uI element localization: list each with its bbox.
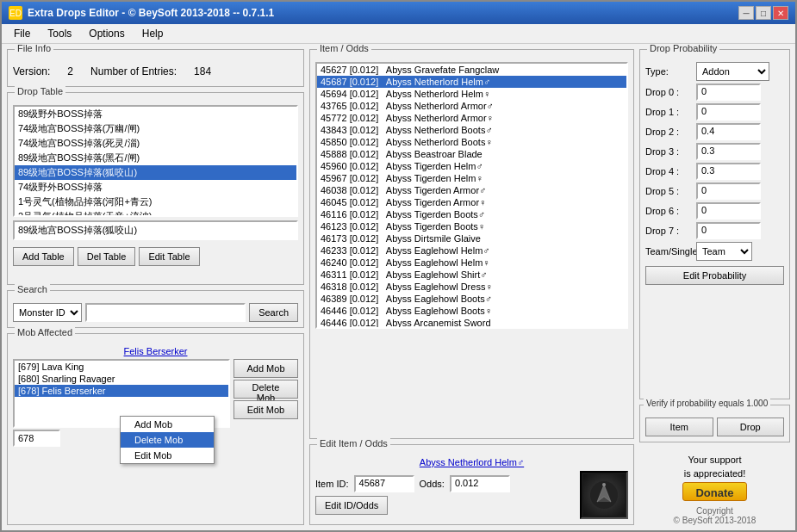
menu-file[interactable]: File [5, 26, 39, 41]
list-item[interactable]: 2号灵气(植物品掉落(天音+流波) [15, 209, 296, 217]
edit-item-label: Edit Item / Odds [317, 438, 390, 448]
delete-mob-button[interactable]: Delete Mob [233, 380, 298, 399]
list-item[interactable]: 89级地宫BOSS掉落(黑石/闸) [15, 151, 296, 165]
context-menu: Add Mob Delete Mob Edit Mob [120, 416, 215, 464]
file-info-panel: File Info Version: 2 Number of Entries: … [7, 49, 304, 87]
window-title: Extra Drops Editor - © BeySoft 2013-2018… [28, 7, 274, 19]
item-id-value: 45687 [354, 475, 414, 492]
list-item[interactable]: 1号灵气(植物品掉落(河阳+青云) [15, 195, 296, 209]
item-odds-item[interactable]: 46233 [0.012] Abyss Eaglehowl Helm♂ [317, 244, 626, 257]
list-item[interactable]: 89级野外BOSS掉落 [15, 107, 296, 121]
item-odds-item[interactable]: 45967 [0.012] Abyss Tigerden Helm♀ [317, 172, 626, 184]
drop5-value: 0 [696, 182, 761, 200]
drop2-value: 0.4 [696, 123, 761, 140]
mob-affected-panel: Mob Affected Felis Berserker [679] Lava … [7, 333, 304, 526]
drop-probability-panel: Drop Probability Type: Addon Single Team… [639, 49, 790, 399]
add-mob-button[interactable]: Add Mob [233, 359, 298, 378]
donate-section: Your support is appreciated! Donate Copy… [639, 455, 790, 525]
item-odds-item[interactable]: 46446 [0.012] Abyss Arcanemist Sword [317, 317, 626, 327]
drop-table-panel: Drop Table 89级野外BOSS掉落 74级地宫BOSS掉落(万幽/闸)… [7, 92, 304, 285]
item-icon [587, 478, 621, 512]
mob-id-input[interactable] [13, 430, 60, 447]
item-odds-item[interactable]: 46389 [0.012] Abyss Eaglehowl Boots♂ [317, 293, 626, 305]
item-odds-item[interactable]: 45694 [0.012] Abyss Netherlord Helm♀ [317, 88, 626, 100]
item-odds-item[interactable]: 46045 [0.012] Abyss Tigerden Armor♀ [317, 196, 626, 208]
drop0-value: 0 [696, 84, 761, 101]
drop0-label: Drop 0 : [645, 87, 693, 97]
close-button[interactable]: ✕ [773, 6, 788, 20]
item-odds-item[interactable]: 45960 [0.012] Abyss Tigerden Helm♂ [317, 160, 626, 172]
menu-options[interactable]: Options [80, 26, 133, 41]
item-odds-item[interactable]: 46446 [0.012] Abyss Eaglehowl Boots♀ [317, 305, 626, 317]
verify-panel: Verify if probability equals 1.000 Item … [639, 405, 790, 442]
item-odds-item[interactable]: 46123 [0.012] Abyss Tigerden Boots♀ [317, 220, 626, 232]
drop6-label: Drop 6 : [645, 206, 693, 216]
add-table-button[interactable]: Add Table [13, 247, 74, 266]
item-odds-item[interactable]: 46173 [0.012] Abyss Dirtsmile Glaive [317, 232, 626, 244]
item-odds-item[interactable]: 46318 [0.012] Abyss Eaglehowl Dress♀ [317, 281, 626, 293]
search-label: Search [15, 284, 50, 294]
drop4-value: 0.3 [696, 163, 761, 180]
entries-label: Number of Entries: [90, 65, 177, 77]
drop7-label: Drop 7 : [645, 226, 693, 236]
drop4-label: Drop 4 : [645, 166, 693, 176]
item-odds-item[interactable]: 45772 [0.012] Abyss Netherlord Armor♀ [317, 112, 626, 124]
item-odds-label: Item / Odds [317, 44, 371, 53]
menu-help[interactable]: Help [134, 26, 172, 41]
type-select[interactable]: Addon Single Team [696, 62, 769, 81]
search-button[interactable]: Search [249, 303, 298, 322]
item-odds-item[interactable]: 43843 [0.012] Abyss Netherlord Boots♂ [317, 124, 626, 136]
odds-label: Odds: [420, 479, 445, 489]
item-odds-item-selected[interactable]: 45687 [0.012] Abyss Netherlord Helm♂ [317, 76, 626, 88]
context-edit-mob[interactable]: Edit Mob [121, 448, 214, 463]
search-filter-select[interactable]: Monster ID [13, 303, 82, 322]
list-item[interactable]: 74级地宫BOSS掉落(万幽/闸) [15, 121, 296, 136]
item-odds-item[interactable]: 46240 [0.012] Abyss Eaglehowl Helm♀ [317, 257, 626, 269]
item-odds-list[interactable]: 45627 [0.012] Abyss Gravefate Fangclaw 4… [317, 64, 626, 327]
item-odds-item[interactable]: 46311 [0.012] Abyss Eaglehowl Shirt♂ [317, 269, 626, 281]
item-odds-item[interactable]: 45888 [0.012] Abyss Beastroar Blade [317, 148, 626, 160]
copyright2: © BeySoft 2013-2018 [639, 516, 790, 525]
search-panel: Search Monster ID Search [7, 290, 304, 328]
team-single-select[interactable]: Team Single [696, 242, 752, 261]
drop-table-selected-display: 89级地宫BOSS掉落(狐咬山) [13, 220, 298, 240]
window-icon: ED [9, 6, 22, 20]
verify-label: Verify if probability equals 1.000 [644, 399, 770, 408]
edit-id-odds-button[interactable]: Edit ID/Odds [315, 496, 388, 515]
context-add-mob[interactable]: Add Mob [121, 417, 214, 432]
svg-point-1 [602, 483, 606, 486]
verify-drop-button[interactable]: Drop [717, 418, 785, 436]
item-odds-item[interactable]: 43765 [0.012] Abyss Netherlord Armor♂ [317, 100, 626, 112]
verify-item-button[interactable]: Item [645, 418, 713, 436]
item-odds-item[interactable]: 46038 [0.012] Abyss Tigerden Armor♂ [317, 184, 626, 196]
edit-table-button[interactable]: Edit Table [139, 247, 199, 266]
mob-list-item-selected[interactable]: [678] Felis Berserker [15, 385, 228, 397]
drop-table-list[interactable]: 89级野外BOSS掉落 74级地宫BOSS掉落(万幽/闸) 74级地宫BOSS掉… [13, 105, 298, 217]
menu-tools[interactable]: Tools [39, 26, 80, 41]
item-image [580, 471, 628, 519]
item-odds-item[interactable]: 45627 [0.012] Abyss Gravefate Fangclaw [317, 64, 626, 76]
edit-item-name-link[interactable]: Abyss Netherlord Helm♂ [315, 457, 628, 467]
list-item[interactable]: 74级地宫BOSS掉落(死灵/淄) [15, 136, 296, 151]
drop3-value: 0.3 [696, 143, 761, 160]
mob-list-item[interactable]: [680] Snarling Ravager [15, 373, 228, 385]
minimize-button[interactable]: ─ [738, 6, 754, 20]
context-delete-mob[interactable]: Delete Mob [121, 432, 214, 448]
file-info-label: File Info [15, 44, 53, 53]
maximize-button[interactable]: □ [756, 6, 771, 20]
list-item-selected[interactable]: 89级地宫BOSS掉落(狐咬山) [15, 165, 296, 180]
support-text2: is appreciated! [639, 468, 790, 479]
item-odds-item[interactable]: 45850 [0.012] Abyss Netherlord Boots♀ [317, 136, 626, 148]
del-table-button[interactable]: Del Table [78, 247, 136, 266]
edit-mob-button[interactable]: Edit Mob [233, 400, 298, 419]
mob-list-item[interactable]: [679] Lava King [15, 361, 228, 373]
list-item[interactable]: 74级野外BOSS掉落 [15, 180, 296, 195]
item-odds-item[interactable]: 46116 [0.012] Abyss Tigerden Boots♂ [317, 208, 626, 220]
mob-name-link[interactable]: Felis Berserker [13, 346, 298, 356]
edit-item-panel: Edit Item / Odds Abyss Netherlord Helm♂ … [309, 444, 634, 525]
support-text1: Your support [639, 455, 790, 465]
edit-probability-button[interactable]: Edit Probability [645, 266, 784, 285]
drop-table-label: Drop Table [15, 86, 65, 96]
search-input[interactable] [85, 303, 246, 322]
donate-button[interactable]: Donate [682, 482, 746, 501]
